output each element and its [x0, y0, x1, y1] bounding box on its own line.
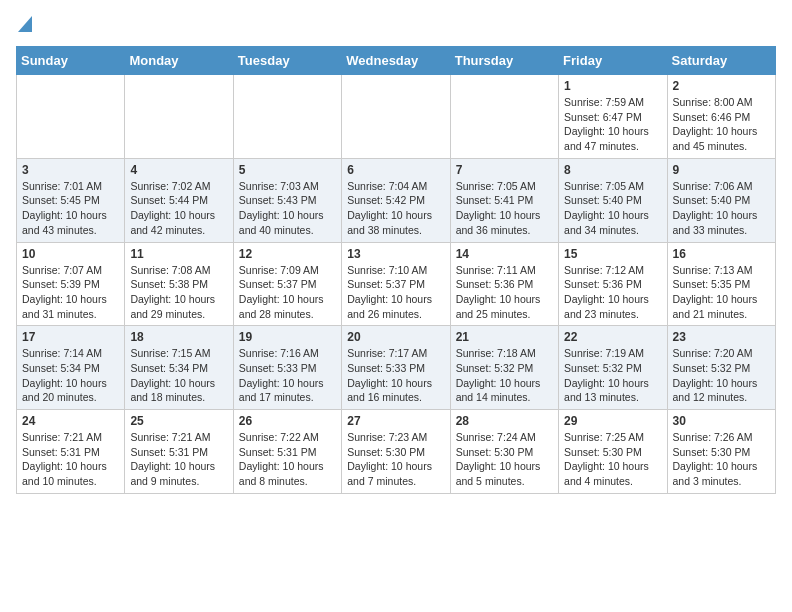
day-info: Sunrise: 7:10 AM Sunset: 5:37 PM Dayligh… [347, 263, 444, 322]
calendar-cell: 28Sunrise: 7:24 AM Sunset: 5:30 PM Dayli… [450, 410, 558, 494]
calendar-cell: 30Sunrise: 7:26 AM Sunset: 5:30 PM Dayli… [667, 410, 775, 494]
calendar-cell: 27Sunrise: 7:23 AM Sunset: 5:30 PM Dayli… [342, 410, 450, 494]
page-header [16, 16, 776, 36]
day-info: Sunrise: 7:22 AM Sunset: 5:31 PM Dayligh… [239, 430, 336, 489]
day-number: 30 [673, 414, 770, 428]
calendar-cell [342, 75, 450, 159]
calendar-cell: 5Sunrise: 7:03 AM Sunset: 5:43 PM Daylig… [233, 158, 341, 242]
calendar-cell: 24Sunrise: 7:21 AM Sunset: 5:31 PM Dayli… [17, 410, 125, 494]
calendar-cell: 4Sunrise: 7:02 AM Sunset: 5:44 PM Daylig… [125, 158, 233, 242]
day-number: 11 [130, 247, 227, 261]
day-number: 20 [347, 330, 444, 344]
day-info: Sunrise: 7:19 AM Sunset: 5:32 PM Dayligh… [564, 346, 661, 405]
day-number: 8 [564, 163, 661, 177]
calendar-cell: 12Sunrise: 7:09 AM Sunset: 5:37 PM Dayli… [233, 242, 341, 326]
day-info: Sunrise: 7:12 AM Sunset: 5:36 PM Dayligh… [564, 263, 661, 322]
weekday-header-saturday: Saturday [667, 47, 775, 75]
day-number: 6 [347, 163, 444, 177]
day-number: 5 [239, 163, 336, 177]
calendar-cell: 20Sunrise: 7:17 AM Sunset: 5:33 PM Dayli… [342, 326, 450, 410]
day-info: Sunrise: 8:00 AM Sunset: 6:46 PM Dayligh… [673, 95, 770, 154]
day-info: Sunrise: 7:26 AM Sunset: 5:30 PM Dayligh… [673, 430, 770, 489]
day-number: 10 [22, 247, 119, 261]
day-info: Sunrise: 7:11 AM Sunset: 5:36 PM Dayligh… [456, 263, 553, 322]
day-number: 24 [22, 414, 119, 428]
day-number: 29 [564, 414, 661, 428]
day-number: 2 [673, 79, 770, 93]
day-number: 27 [347, 414, 444, 428]
day-number: 18 [130, 330, 227, 344]
day-info: Sunrise: 7:18 AM Sunset: 5:32 PM Dayligh… [456, 346, 553, 405]
calendar-cell [125, 75, 233, 159]
day-info: Sunrise: 7:20 AM Sunset: 5:32 PM Dayligh… [673, 346, 770, 405]
day-number: 15 [564, 247, 661, 261]
day-info: Sunrise: 7:24 AM Sunset: 5:30 PM Dayligh… [456, 430, 553, 489]
calendar-cell: 7Sunrise: 7:05 AM Sunset: 5:41 PM Daylig… [450, 158, 558, 242]
calendar-cell [17, 75, 125, 159]
calendar-cell: 21Sunrise: 7:18 AM Sunset: 5:32 PM Dayli… [450, 326, 558, 410]
day-number: 21 [456, 330, 553, 344]
weekday-header-thursday: Thursday [450, 47, 558, 75]
day-number: 9 [673, 163, 770, 177]
day-number: 17 [22, 330, 119, 344]
day-info: Sunrise: 7:21 AM Sunset: 5:31 PM Dayligh… [130, 430, 227, 489]
weekday-header-sunday: Sunday [17, 47, 125, 75]
calendar-cell: 14Sunrise: 7:11 AM Sunset: 5:36 PM Dayli… [450, 242, 558, 326]
day-number: 22 [564, 330, 661, 344]
day-info: Sunrise: 7:03 AM Sunset: 5:43 PM Dayligh… [239, 179, 336, 238]
day-info: Sunrise: 7:05 AM Sunset: 5:40 PM Dayligh… [564, 179, 661, 238]
day-number: 26 [239, 414, 336, 428]
day-info: Sunrise: 7:02 AM Sunset: 5:44 PM Dayligh… [130, 179, 227, 238]
day-number: 25 [130, 414, 227, 428]
day-number: 14 [456, 247, 553, 261]
calendar-week-row: 3Sunrise: 7:01 AM Sunset: 5:45 PM Daylig… [17, 158, 776, 242]
day-info: Sunrise: 7:06 AM Sunset: 5:40 PM Dayligh… [673, 179, 770, 238]
day-number: 23 [673, 330, 770, 344]
day-info: Sunrise: 7:23 AM Sunset: 5:30 PM Dayligh… [347, 430, 444, 489]
calendar-cell: 9Sunrise: 7:06 AM Sunset: 5:40 PM Daylig… [667, 158, 775, 242]
calendar-cell [450, 75, 558, 159]
day-number: 12 [239, 247, 336, 261]
day-info: Sunrise: 7:01 AM Sunset: 5:45 PM Dayligh… [22, 179, 119, 238]
weekday-header-row: SundayMondayTuesdayWednesdayThursdayFrid… [17, 47, 776, 75]
svg-marker-0 [18, 16, 32, 32]
day-number: 28 [456, 414, 553, 428]
day-info: Sunrise: 7:59 AM Sunset: 6:47 PM Dayligh… [564, 95, 661, 154]
day-number: 13 [347, 247, 444, 261]
day-number: 7 [456, 163, 553, 177]
weekday-header-monday: Monday [125, 47, 233, 75]
calendar-week-row: 1Sunrise: 7:59 AM Sunset: 6:47 PM Daylig… [17, 75, 776, 159]
page-container: SundayMondayTuesdayWednesdayThursdayFrid… [0, 0, 792, 502]
calendar-cell: 17Sunrise: 7:14 AM Sunset: 5:34 PM Dayli… [17, 326, 125, 410]
calendar-week-row: 10Sunrise: 7:07 AM Sunset: 5:39 PM Dayli… [17, 242, 776, 326]
calendar-cell: 18Sunrise: 7:15 AM Sunset: 5:34 PM Dayli… [125, 326, 233, 410]
calendar-week-row: 17Sunrise: 7:14 AM Sunset: 5:34 PM Dayli… [17, 326, 776, 410]
calendar-cell: 23Sunrise: 7:20 AM Sunset: 5:32 PM Dayli… [667, 326, 775, 410]
day-number: 3 [22, 163, 119, 177]
logo [16, 16, 32, 36]
day-info: Sunrise: 7:14 AM Sunset: 5:34 PM Dayligh… [22, 346, 119, 405]
day-info: Sunrise: 7:07 AM Sunset: 5:39 PM Dayligh… [22, 263, 119, 322]
calendar-cell: 25Sunrise: 7:21 AM Sunset: 5:31 PM Dayli… [125, 410, 233, 494]
calendar-cell: 26Sunrise: 7:22 AM Sunset: 5:31 PM Dayli… [233, 410, 341, 494]
day-info: Sunrise: 7:09 AM Sunset: 5:37 PM Dayligh… [239, 263, 336, 322]
calendar-cell: 1Sunrise: 7:59 AM Sunset: 6:47 PM Daylig… [559, 75, 667, 159]
calendar-cell: 2Sunrise: 8:00 AM Sunset: 6:46 PM Daylig… [667, 75, 775, 159]
calendar-cell: 29Sunrise: 7:25 AM Sunset: 5:30 PM Dayli… [559, 410, 667, 494]
day-info: Sunrise: 7:13 AM Sunset: 5:35 PM Dayligh… [673, 263, 770, 322]
day-number: 19 [239, 330, 336, 344]
logo-triangle-icon [18, 16, 32, 36]
day-info: Sunrise: 7:15 AM Sunset: 5:34 PM Dayligh… [130, 346, 227, 405]
day-number: 1 [564, 79, 661, 93]
weekday-header-friday: Friday [559, 47, 667, 75]
day-info: Sunrise: 7:08 AM Sunset: 5:38 PM Dayligh… [130, 263, 227, 322]
calendar-cell: 16Sunrise: 7:13 AM Sunset: 5:35 PM Dayli… [667, 242, 775, 326]
day-info: Sunrise: 7:05 AM Sunset: 5:41 PM Dayligh… [456, 179, 553, 238]
day-info: Sunrise: 7:17 AM Sunset: 5:33 PM Dayligh… [347, 346, 444, 405]
calendar-cell: 8Sunrise: 7:05 AM Sunset: 5:40 PM Daylig… [559, 158, 667, 242]
weekday-header-wednesday: Wednesday [342, 47, 450, 75]
calendar-table: SundayMondayTuesdayWednesdayThursdayFrid… [16, 46, 776, 494]
calendar-cell: 22Sunrise: 7:19 AM Sunset: 5:32 PM Dayli… [559, 326, 667, 410]
day-number: 4 [130, 163, 227, 177]
calendar-week-row: 24Sunrise: 7:21 AM Sunset: 5:31 PM Dayli… [17, 410, 776, 494]
